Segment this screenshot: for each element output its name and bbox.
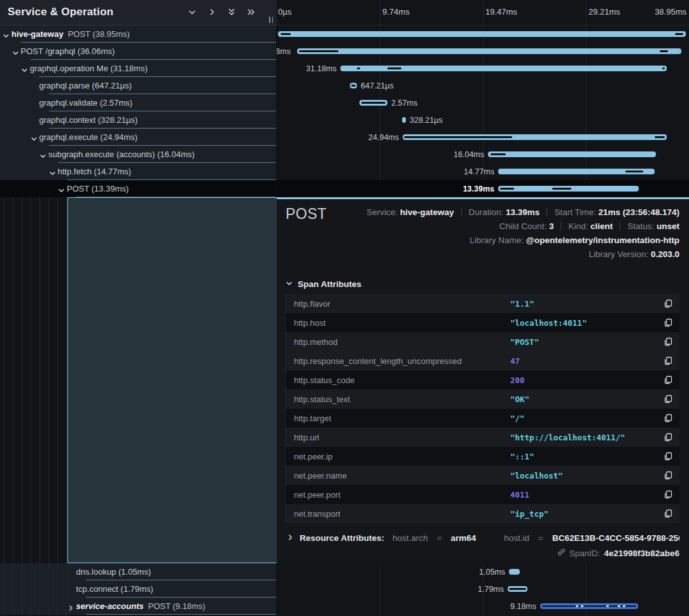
link-icon[interactable] — [557, 548, 566, 558]
span-duration-bar[interactable] — [350, 83, 357, 88]
indent-guides — [0, 197, 67, 616]
copy-value-button[interactable] — [663, 489, 673, 500]
span-name-cell[interactable]: POST /graphql (36.06ms) — [0, 43, 277, 60]
bar-dash — [618, 605, 620, 607]
indent-guide-line — [48, 197, 49, 616]
double-chevron-right-icon[interactable] — [246, 7, 256, 17]
copy-value-button[interactable] — [663, 375, 673, 385]
span-bar-cell: 24.94ms — [277, 129, 689, 146]
span-label: service-accountsPOST (9.18ms) — [76, 598, 205, 615]
copy-value-button[interactable] — [663, 432, 673, 442]
double-chevron-down-icon[interactable] — [226, 7, 237, 17]
span-row-http-fetch[interactable]: http.fetch (14.77ms)14.77ms — [0, 163, 689, 180]
span-row-subgraph-execute-accounts-[interactable]: subgraph.execute (accounts) (16.04ms)16.… — [0, 146, 689, 163]
copy-value-button[interactable] — [663, 508, 673, 519]
indent-guide-line — [13, 197, 13, 616]
span-row-post[interactable]: POST (13.39ms)13.39ms — [0, 180, 689, 197]
span-row-graphql-context[interactable]: graphql.context (328.21µs)328.21µs — [0, 111, 689, 129]
chevron-down-icon — [286, 279, 293, 289]
attribute-value: 47 — [510, 356, 663, 366]
span-duration-bar[interactable] — [488, 151, 656, 157]
span-name-cell[interactable]: tcp.connect (1.79ms) — [0, 580, 277, 598]
span-name-cell[interactable]: dns.lookup (1.05ms) — [0, 563, 277, 580]
span-row-tcp-connect[interactable]: tcp.connect (1.79ms)1.79ms — [0, 580, 689, 598]
span-name-cell[interactable]: graphql.operation Me (31.18ms) — [0, 60, 277, 77]
chevron-down-icon[interactable] — [58, 185, 65, 192]
span-bar-cell: 13.39ms — [277, 180, 689, 197]
chevron-right-icon[interactable] — [67, 603, 74, 610]
bar-duration-label: 9.18ms — [510, 598, 536, 615]
copy-value-button[interactable] — [663, 470, 673, 480]
span-duration-bar[interactable] — [509, 569, 520, 575]
span-bar-cell: 1.79ms — [277, 580, 689, 598]
span-duration-bar[interactable] — [340, 66, 667, 71]
span-name-cell[interactable]: subgraph.execute (accounts) (16.04ms) — [0, 146, 277, 163]
self-time-tick — [509, 588, 526, 590]
self-time-tick — [625, 171, 643, 172]
span-bar-cell: 647.21µs — [277, 77, 689, 94]
panel-resize-grip[interactable] — [269, 17, 273, 23]
span-row-post[interactable]: hive-gatewayPOST (38.95ms) — [0, 25, 689, 43]
span-duration-bar[interactable] — [498, 169, 655, 174]
copy-value-button[interactable] — [663, 451, 673, 461]
meta-value: @opentelemetry/instrumentation-http — [526, 235, 679, 245]
attribute-row: http.flavor"1.1" — [286, 294, 679, 313]
span-row-post[interactable]: service-accountsPOST (9.18ms)9.18ms — [0, 598, 689, 615]
span-detail-panel: POST Service: hive-gatewayDuration: 13.3… — [277, 197, 689, 563]
tree-toolbar — [187, 7, 256, 17]
chevron-down-icon[interactable] — [31, 134, 38, 141]
chevron-down-icon[interactable] — [187, 7, 197, 17]
chevron-down-icon[interactable] — [39, 151, 46, 158]
span-name-cell[interactable]: http.fetch (14.77ms) — [0, 163, 277, 180]
copy-value-button[interactable] — [663, 318, 673, 328]
span-duration-bar[interactable] — [498, 186, 639, 192]
span-row-dns-lookup[interactable]: dns.lookup (1.05ms)1.05ms — [0, 563, 689, 580]
span-row-post-graphql[interactable]: POST /graphql (36.06ms)36.06ms — [0, 43, 689, 60]
chevron-down-icon[interactable] — [21, 65, 28, 72]
chevron-down-icon[interactable] — [12, 48, 19, 55]
resource-attributes-row[interactable]: Resource Attributes: host.arch=arm64host… — [287, 533, 679, 543]
chevron-right-icon[interactable] — [207, 7, 217, 17]
self-time-tick — [404, 136, 512, 138]
span-name-cell[interactable]: graphql.validate (2.57ms) — [0, 94, 277, 111]
span-duration-bar[interactable] — [540, 603, 638, 609]
timeline-ruler: 0µs9.74ms19.47ms29.21ms38.95ms — [277, 0, 689, 25]
span-duration-bar[interactable] — [403, 134, 667, 140]
self-time-tick — [542, 605, 636, 607]
copy-value-button[interactable] — [663, 356, 673, 366]
span-duration-bar[interactable] — [508, 586, 527, 592]
trace-viewer: Service & Operation 0µs9.74ms19.47ms29.2… — [0, 0, 689, 616]
meta-label: Start Time: — [554, 207, 598, 217]
bar-duration-label: 1.79ms — [478, 580, 504, 598]
copy-value-button[interactable] — [663, 337, 673, 347]
self-time-tick — [351, 85, 356, 87]
span-row-graphql-validate[interactable]: graphql.validate (2.57ms)2.57ms — [0, 94, 689, 111]
meta-label: Library Version: — [588, 249, 651, 259]
span-duration-bar[interactable] — [278, 31, 686, 37]
span-duration-bar[interactable] — [297, 48, 681, 54]
bar-dash — [581, 605, 583, 607]
span-label: dns.lookup (1.05ms) — [76, 563, 151, 580]
span-name-cell[interactable]: service-accountsPOST (9.18ms) — [0, 598, 277, 615]
span-row-graphql-execute[interactable]: graphql.execute (24.94ms)24.94ms — [0, 129, 689, 146]
span-name-cell[interactable]: POST (13.39ms) — [0, 180, 277, 197]
span-name-cell[interactable]: graphql.execute (24.94ms) — [0, 129, 277, 146]
ruler-tick: 19.47ms — [485, 7, 517, 17]
span-bar-cell: 1.05ms — [277, 563, 689, 580]
span-name-cell[interactable]: hive-gatewayPOST (38.95ms) — [0, 25, 277, 43]
span-row-graphql-parse[interactable]: graphql.parse (647.21µs)647.21µs — [0, 77, 689, 94]
span-duration-bar[interactable] — [359, 100, 387, 106]
span-row-graphql-operation-me[interactable]: graphql.operation Me (31.18ms)31.18ms — [0, 60, 689, 77]
chevron-down-icon[interactable] — [3, 31, 10, 38]
span-name-cell[interactable]: graphql.context (328.21µs) — [0, 111, 277, 129]
copy-value-button[interactable] — [663, 413, 673, 423]
chevron-down-icon[interactable] — [49, 168, 56, 175]
bar-dash — [576, 605, 578, 607]
copy-value-button[interactable] — [663, 298, 673, 309]
indent-guide-line — [57, 197, 58, 616]
span-duration-bar[interactable] — [402, 117, 406, 123]
bar-duration-label: 14.77ms — [464, 163, 494, 180]
copy-value-button[interactable] — [663, 394, 673, 404]
span-attributes-header[interactable]: Span Attributes — [286, 279, 689, 289]
span-name-cell[interactable]: graphql.parse (647.21µs) — [0, 77, 277, 94]
